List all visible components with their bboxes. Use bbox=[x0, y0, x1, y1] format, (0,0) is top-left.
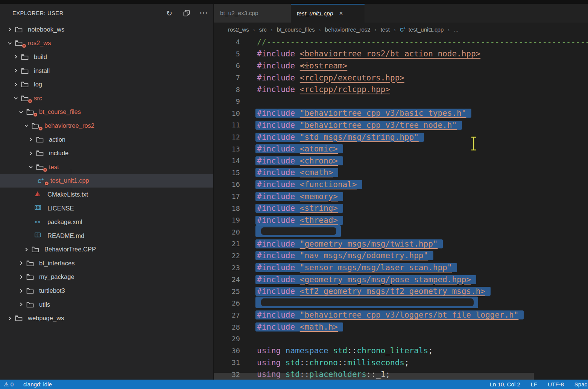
problems-indicator[interactable]: ⚠ 0 bbox=[4, 381, 14, 388]
error-badge bbox=[44, 181, 49, 186]
folder-icon bbox=[21, 95, 29, 101]
tree-item-ros2-ws[interactable]: ros2_ws bbox=[0, 36, 213, 50]
code-line-31[interactable]: 31using std::chrono::milliseconds; bbox=[214, 357, 588, 369]
horizontal-scrollbar[interactable] bbox=[214, 373, 534, 380]
code-line-30[interactable]: 30using namespace std::chrono_literals; bbox=[214, 345, 588, 357]
encoding-indicator[interactable]: UTF-8 bbox=[548, 381, 564, 387]
tab-label: bt_u2_ex3.cpp bbox=[220, 10, 258, 17]
code-line-5[interactable]: 5#include <behaviortree_ros2/bt_action_n… bbox=[214, 48, 588, 60]
tree-item-license[interactable]: LICENSE bbox=[0, 201, 213, 215]
tree-item-install[interactable]: install bbox=[0, 64, 213, 78]
breadcrumb-item-behaviortree-ros2[interactable]: behaviortree_ros2 bbox=[325, 26, 371, 33]
indentation-indicator[interactable]: Spac bbox=[574, 381, 587, 387]
code-line-13[interactable]: 13#include <atomic> bbox=[214, 143, 588, 155]
code-line-28[interactable]: 28#include <math.h> bbox=[214, 321, 588, 333]
token: <thread> bbox=[300, 216, 338, 225]
line-number: 9 bbox=[214, 97, 257, 105]
collapse-folders-button[interactable] bbox=[182, 9, 191, 17]
line-content bbox=[257, 297, 478, 310]
code-line-14[interactable]: 14#include <chrono> bbox=[214, 155, 588, 167]
tree-item-test-unit1-cpp[interactable]: C+test_unit1.cpp bbox=[0, 174, 213, 188]
breadcrumb-item-src[interactable]: src bbox=[259, 26, 267, 33]
token: "sensor_msgs/msg/laser_scan.hpp" bbox=[300, 263, 452, 272]
breadcrumb-item-test[interactable]: test bbox=[381, 26, 390, 33]
code-line-15[interactable]: 15#include <cmath> bbox=[214, 167, 588, 179]
code-line-17[interactable]: 17#include <memory> bbox=[214, 191, 588, 203]
cursor-position[interactable]: Ln 10, Col 2 bbox=[490, 381, 520, 387]
tree-item-test[interactable]: test bbox=[0, 160, 213, 174]
clangd-status[interactable]: clangd: idle bbox=[23, 381, 52, 387]
line-content bbox=[257, 225, 341, 239]
folder-icon bbox=[26, 260, 34, 266]
tree-item-notebook-ws[interactable]: notebook_ws bbox=[0, 23, 213, 36]
code-line-27[interactable]: 27#include "behaviortree_cpp_v3/loggers/… bbox=[214, 309, 588, 321]
line-content: #include <string> bbox=[257, 204, 343, 213]
breadcrumb-item-test-unit1-cpp[interactable]: test_unit1.cpp bbox=[409, 26, 444, 33]
code-line-6[interactable]: 6#include <iostream> bbox=[214, 60, 588, 72]
tree-item-package-xml[interactable]: <>package.xml bbox=[0, 215, 213, 229]
chevron-right-icon bbox=[24, 247, 29, 252]
code-editor[interactable]: 4//-------------------------------------… bbox=[214, 36, 588, 380]
code-line-18[interactable]: 18#include <string> bbox=[214, 202, 588, 214]
code-line-19[interactable]: 19#include <thread> bbox=[214, 214, 588, 226]
line-number: 4 bbox=[214, 38, 257, 46]
code-line-21[interactable]: 21#include "geometry_msgs/msg/twist.hpp" bbox=[214, 238, 588, 250]
tree-item-bt-course-files[interactable]: bt_course_files bbox=[0, 105, 213, 119]
code-line-25[interactable]: 25#include <tf2_geometry_msgs/tf2_geomet… bbox=[214, 285, 588, 297]
tree-item-include[interactable]: include bbox=[0, 146, 213, 160]
tab-bt-u2-ex3-cpp[interactable]: bt_u2_ex3.cpp bbox=[214, 4, 291, 23]
code-line-7[interactable]: 7#include <rclcpp/executors.hpp> bbox=[214, 72, 588, 84]
tree-item-utils[interactable]: utils bbox=[0, 298, 213, 312]
tree-item-build[interactable]: build bbox=[0, 50, 213, 64]
code-line-4[interactable]: 4//-------------------------------------… bbox=[214, 36, 588, 48]
token: <tf2_geometry_msgs/tf2_geometry_msgs.h> bbox=[300, 287, 485, 296]
tree-item-label: bt_interfaces bbox=[39, 260, 74, 267]
breadcrumb: ros2_ws›src›bt_course_files›behaviortree… bbox=[214, 23, 588, 36]
close-icon[interactable]: × bbox=[339, 10, 343, 17]
tab-test-unit1-cpp[interactable]: test_unit1.cpp× bbox=[291, 4, 365, 23]
tree-item-bt-interfaces[interactable]: bt_interfaces bbox=[0, 256, 213, 270]
tree-item-log[interactable]: log bbox=[0, 77, 213, 91]
code-line-9[interactable]: 9 bbox=[214, 95, 588, 107]
code-line-16[interactable]: 16#include <functional> bbox=[214, 179, 588, 191]
code-line-22[interactable]: 22#include "nav_msgs/msg/odometry.hpp" bbox=[214, 250, 588, 262]
code-line-8[interactable]: 8#include <rclcpp/rclcpp.hpp> bbox=[214, 83, 588, 95]
tree-item-label: build bbox=[34, 53, 47, 61]
code-line-20[interactable]: 20 bbox=[214, 226, 588, 238]
code-line-11[interactable]: 11#include "behaviortree_cpp_v3/tree_nod… bbox=[214, 119, 588, 131]
line-number: 23 bbox=[214, 264, 257, 272]
tree-item-cmakelists-txt[interactable]: CMakeLists.txt bbox=[0, 188, 213, 201]
code-line-10[interactable]: 10#include "behaviortree_cpp_v3/basic_ty… bbox=[214, 107, 588, 120]
breadcrumb-separator-icon: › bbox=[253, 26, 255, 33]
tree-item-webpage-ws[interactable]: webpage_ws bbox=[0, 311, 213, 325]
code-line-26[interactable]: 26 bbox=[214, 297, 588, 309]
tree-item-label: include bbox=[49, 150, 68, 157]
token: #include bbox=[257, 156, 300, 165]
token: #include bbox=[257, 204, 300, 213]
line-content: using namespace std::chrono_literals; bbox=[257, 346, 433, 355]
token: std bbox=[333, 346, 347, 355]
more-actions-button[interactable]: ··· bbox=[200, 9, 208, 17]
line-content: #include <geometry_msgs/msg/pose_stamped… bbox=[257, 275, 476, 284]
tree-item-label: package.xml bbox=[47, 218, 82, 226]
chevron-right bbox=[16, 298, 26, 312]
tree-item-label: BehaviorTree.CPP bbox=[44, 246, 96, 253]
tree-item-my-package[interactable]: my_package bbox=[0, 270, 213, 284]
code-line-29[interactable]: 29 bbox=[214, 333, 588, 345]
breadcrumb-item--[interactable]: ... bbox=[454, 26, 459, 33]
breadcrumb-item-bt-course-files[interactable]: bt_course_files bbox=[277, 26, 315, 33]
token: #include bbox=[257, 85, 300, 94]
line-number: 21 bbox=[214, 240, 257, 248]
tree-item-behaviortree-cpp[interactable]: BehaviorTree.CPP bbox=[0, 243, 213, 257]
eol-indicator[interactable]: LF bbox=[531, 381, 538, 387]
tree-item-behaviortree-ros2[interactable]: behaviortree_ros2 bbox=[0, 119, 213, 133]
tree-item-readme-md[interactable]: README.md bbox=[0, 229, 213, 243]
breadcrumb-item-ros2-ws[interactable]: ros2_ws bbox=[228, 26, 249, 33]
tree-item-turtlebot3[interactable]: turtlebot3 bbox=[0, 284, 213, 298]
code-line-24[interactable]: 24#include <geometry_msgs/msg/pose_stamp… bbox=[214, 274, 588, 286]
tree-item-action[interactable]: action bbox=[0, 133, 213, 147]
code-line-12[interactable]: 12#include "std_msgs/msg/string.hpp" bbox=[214, 131, 588, 143]
refresh-explorer-button[interactable]: ↻ bbox=[165, 9, 173, 17]
code-line-23[interactable]: 23#include "sensor_msgs/msg/laser_scan.h… bbox=[214, 262, 588, 274]
tree-item-src[interactable]: src bbox=[0, 91, 213, 105]
